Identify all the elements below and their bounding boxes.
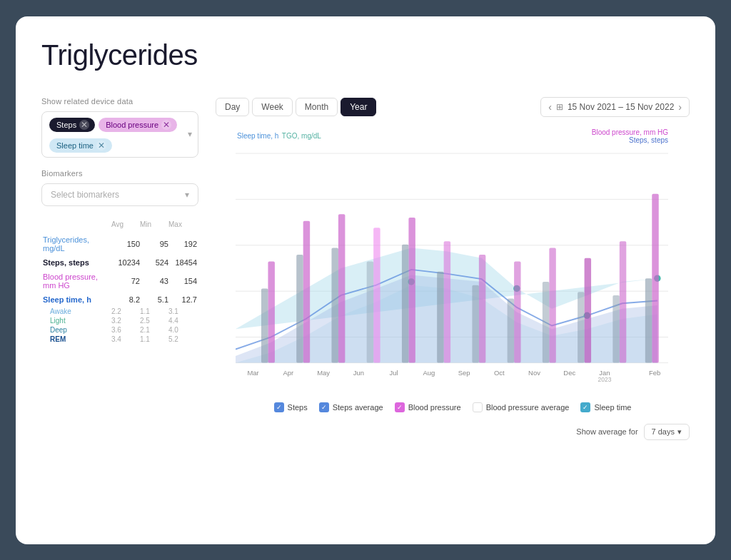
device-data-box: Steps ✕ Blood pressure ✕ Sleep time ✕ ▾	[41, 111, 198, 158]
col-max: Max	[168, 220, 197, 228]
metric-label-blood: Blood pressure, mm HG	[43, 273, 111, 290]
metric-blood: Blood pressure, mm HG 72 43 154	[41, 270, 198, 292]
next-btn[interactable]: ›	[678, 101, 682, 113]
x-label-apr: Apr	[283, 368, 293, 376]
tag-steps-label: Steps	[56, 121, 76, 129]
axis-title-left: Sleep time, h TGO, mg/dL	[237, 128, 321, 144]
axis-left1: Sleep time, h	[237, 132, 278, 140]
sub-rem-label: REM	[50, 335, 111, 343]
metric-trig-avg: 150	[111, 240, 140, 248]
btn-day[interactable]: Day	[216, 98, 249, 116]
sub-rem-min: 1.1	[140, 335, 168, 343]
steps-bar-8	[508, 298, 514, 362]
axis-titles: Sleep time, h TGO, mg/dL Blood pressure,…	[216, 128, 690, 144]
metric-steps-min: 524	[140, 258, 168, 267]
bp-bar-6	[444, 241, 450, 362]
sub-rem: REM 3.4 1.1 5.2	[41, 335, 198, 344]
legend-steps: ✓ Steps	[274, 402, 308, 412]
legend-sleep-check[interactable]: ✓	[580, 402, 590, 412]
show-avg-section: Show average for 7 days ▾	[576, 424, 690, 440]
steps-bar-12	[645, 278, 652, 362]
sub-rem-max: 5.2	[168, 335, 197, 343]
metric-sleep: Sleep time, h 8.2 5.1 12.7	[41, 292, 198, 307]
left-panel: Show related device data Steps ✕ Blood p…	[41, 97, 198, 440]
tag-blood[interactable]: Blood pressure ✕	[99, 118, 177, 132]
legend-blood-avg-check[interactable]	[473, 402, 483, 412]
x-label-jul: Jul	[390, 368, 398, 376]
bp-bar-9	[549, 248, 555, 362]
x-label-jan: Jan	[599, 368, 610, 376]
sub-awake: Awake 2.2 1.1 3.1	[41, 307, 198, 316]
x-label-jun: Jun	[353, 368, 364, 376]
sub-deep-min: 2.1	[140, 326, 168, 334]
x-label-may: May	[317, 368, 330, 376]
tag-steps[interactable]: Steps ✕	[49, 118, 95, 132]
sub-light-max: 4.4	[168, 317, 197, 325]
legend-blood-avg: Blood pressure average	[473, 402, 570, 412]
x-label-dec: Dec	[563, 368, 575, 376]
biomarkers-arrow: ▾	[185, 190, 189, 200]
steps-bar-7	[472, 285, 478, 362]
page-title: Triglycerides	[41, 39, 690, 71]
bp-bar-2	[303, 220, 310, 362]
biomarkers-select[interactable]: Select biomarkers ▾	[41, 183, 198, 206]
sub-awake-label: Awake	[50, 307, 111, 315]
legend-blood-check[interactable]: ✓	[395, 402, 405, 412]
tag-sleep-close[interactable]: ✕	[96, 141, 106, 151]
metric-steps-max: 18454	[168, 258, 197, 267]
legend-steps-avg: ✓ Steps average	[319, 402, 383, 412]
avg-dropdown-arrow: ▾	[677, 427, 682, 437]
tag-blood-close[interactable]: ✕	[161, 120, 171, 130]
steps-bar-4	[367, 261, 373, 362]
x-label-year: 2023	[598, 376, 612, 383]
avg-dropdown[interactable]: 7 days ▾	[644, 424, 690, 440]
metrics-header: Avg Min Max	[41, 220, 198, 228]
device-data-dropdown-arrow[interactable]: ▾	[188, 129, 192, 139]
metric-steps-avg: 10234	[111, 258, 140, 267]
axis-right2: Steps, steps	[592, 136, 668, 144]
tag-steps-close[interactable]: ✕	[79, 120, 89, 130]
sub-awake-min: 1.1	[140, 307, 168, 315]
prev-btn[interactable]: ‹	[548, 101, 552, 113]
date-range[interactable]: ‹ ⊞ 15 Nov 2021 – 15 Nov 2022 ›	[540, 97, 690, 117]
x-label-oct: Oct	[494, 368, 505, 376]
legend-sleep-label: Sleep time	[594, 403, 631, 412]
metric-sleep-avg: 8.2	[111, 295, 140, 304]
bp-bar-7	[479, 255, 485, 363]
biomarkers-section: Biomarkers Select biomarkers ▾	[41, 169, 198, 206]
bp-bar-12	[652, 193, 658, 362]
chart-svg: Mar Apr May Jun Jul Aug Sep Oct Nov Dec …	[236, 147, 668, 390]
steps-bar-11	[612, 295, 619, 362]
date-range-text: 15 Nov 2021 – 15 Nov 2022	[568, 102, 674, 112]
btn-month[interactable]: Month	[296, 98, 338, 116]
tag-sleep[interactable]: Sleep time ✕	[49, 138, 112, 153]
bp-bar-10	[585, 258, 591, 362]
metric-blood-avg: 72	[111, 277, 140, 285]
steps-bar-1	[261, 288, 268, 362]
metric-triglycerides: Triglycerides, mg/dL 150 95 192	[41, 233, 198, 255]
metric-steps: Steps, steps 10234 524 18454	[41, 255, 198, 270]
chart-svg-wrapper: Mar Apr May Jun Jul Aug Sep Oct Nov Dec …	[236, 147, 668, 392]
tag-sleep-label: Sleep time	[56, 141, 94, 150]
bp-bar-3	[338, 214, 345, 362]
btn-week[interactable]: Week	[252, 98, 292, 116]
btn-year[interactable]: Year	[341, 98, 376, 116]
legend-steps-avg-check[interactable]: ✓	[319, 402, 329, 412]
metric-sleep-min: 5.1	[140, 295, 168, 304]
sub-light-min: 2.5	[140, 317, 168, 325]
metrics-table: Avg Min Max Triglycerides, mg/dL 150 95 …	[41, 220, 198, 344]
metric-label-sleep: Sleep time, h	[43, 295, 111, 304]
steps-bar-3	[331, 248, 338, 362]
bp-bar-8	[514, 261, 520, 362]
bp-bar-11	[620, 241, 626, 362]
legend-steps-check[interactable]: ✓	[274, 402, 284, 412]
calendar-icon: ⊞	[556, 102, 563, 112]
steps-bar-10	[578, 292, 584, 362]
right-panel: Day Week Month Year ‹ ⊞ 15 Nov 2021 – 15…	[216, 97, 690, 440]
axis-title-right-wrap: Blood pressure, mm HG Steps, steps	[592, 128, 668, 144]
sub-light: Light 3.2 2.5 4.4	[41, 316, 198, 325]
metric-label-steps: Steps, steps	[43, 258, 111, 267]
main-content: Show related device data Steps ✕ Blood p…	[41, 97, 690, 440]
avg-value: 7 days	[652, 427, 675, 436]
sub-awake-avg: 2.2	[111, 307, 140, 315]
